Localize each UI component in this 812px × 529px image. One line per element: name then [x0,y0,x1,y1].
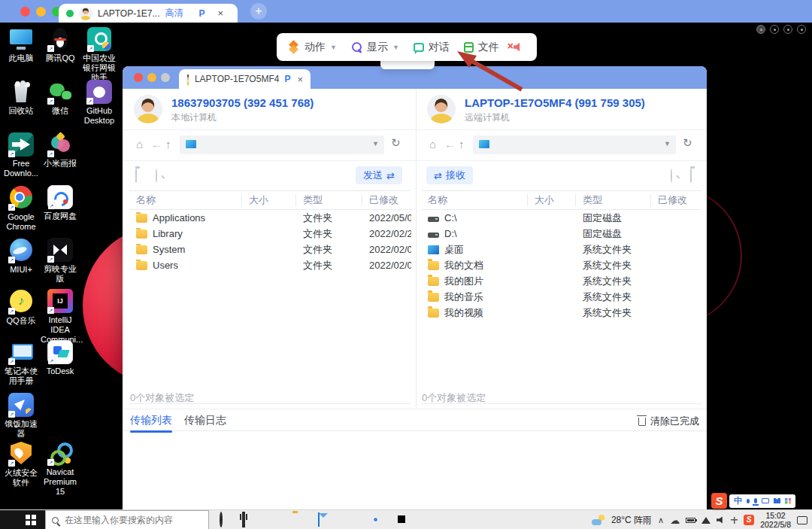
table-row[interactable]: 我的视频 系统文件夹 [421,305,701,321]
table-row[interactable]: System 文件夹 2022/02/0... [129,242,411,257]
ime-menu-icon[interactable] [785,498,791,504]
host-minimize-button[interactable] [36,7,46,17]
table-row[interactable]: Library 文件夹 2022/02/2... [129,226,411,242]
tab-transfer-log[interactable]: 传输日志 [184,414,226,427]
cortana-button[interactable] [220,513,223,527]
desktop-icon-this-pc[interactable]: 此电脑 [2,27,41,63]
search-input[interactable] [65,515,192,525]
touch-keyboard-icon[interactable] [731,517,738,524]
table-row[interactable]: D:\ 固定磁盘 [421,226,701,242]
column-type[interactable]: 类型 [296,194,362,206]
task-view-button[interactable] [242,513,245,527]
desktop-icon-mi-huabao[interactable]: ↗小米画报 [41,132,80,169]
desktop-icon-todesk[interactable]: ↗ToDesk [41,340,80,376]
sogou-logo[interactable]: S [711,493,727,509]
column-size[interactable]: 大小 [528,194,576,206]
back-icon[interactable]: ← [151,138,162,150]
table-row[interactable]: C:\ 固定磁盘 [421,210,701,226]
desktop-icon-abc-bank[interactable]: ↗中国农业银行网银助手 [80,27,119,84]
column-modified[interactable]: 已修改 [362,194,411,206]
display-menu-button[interactable]: 显示▼ [351,41,399,54]
home-icon[interactable]: ⌂ [429,138,436,150]
capture-eye-icon[interactable] [797,25,806,34]
refresh-icon[interactable]: ↻ [683,136,692,150]
taskbar-search[interactable] [45,510,209,529]
tab-transfer-list[interactable]: 传输列表 [130,414,172,427]
column-modified[interactable]: 已修改 [651,194,701,206]
table-row[interactable]: 我的图片 系统文件夹 [421,273,701,289]
clock[interactable]: 15:022022/5/8 [760,511,791,529]
table-row[interactable]: Applications 文件夹 2022/05/0... [129,210,411,226]
chat-button[interactable]: 对话 [414,41,450,54]
ime-mode-indicator[interactable]: 中 [734,495,742,506]
desktop-icon-fdm[interactable]: ↗Free Downlo... [2,132,41,178]
desktop-icon-wechat[interactable]: ↗微信 [41,80,80,116]
desktop-icon-qq-music[interactable]: ♪↗QQ音乐 [2,289,41,326]
sogou-tray-icon[interactable]: S [744,515,754,525]
up-icon[interactable]: ↑ [459,138,465,150]
remote-path-input[interactable]: ▼ [473,135,676,154]
action-center-icon[interactable] [797,516,807,524]
desktop-icon-miui-plus[interactable]: ↗MIUI+ [2,238,41,275]
new-folder-icon[interactable] [690,169,692,183]
column-type[interactable]: 类型 [576,194,651,206]
desktop-icon-chrome[interactable]: ↗Google Chrome [2,185,41,232]
desktop-icon-navicat[interactable]: ↗Navicat Premium 15 [41,441,80,497]
mail-taskbar-icon[interactable] [318,513,320,527]
send-button[interactable]: 发送⇄ [356,166,402,184]
desktop-icon-github-desktop[interactable]: ↗GitHub Desktop [80,80,119,126]
up-icon[interactable]: ↑ [165,138,171,150]
quality-badge[interactable]: 高清 [165,7,183,20]
capture-clock-icon[interactable] [783,25,792,34]
table-row[interactable]: 我的文档 系统文件夹 [421,257,701,273]
host-session-tab[interactable]: LAPTOP-1E7... 高清 P × [59,4,238,23]
window-tab[interactable]: LAPTOP-1E7O5MF4 P × [179,69,311,89]
window-zoom-button[interactable] [161,73,170,82]
file-transfer-button[interactable]: 文件 [464,41,499,54]
capture-circle-icon[interactable] [770,25,779,34]
network-signal-icon[interactable] [701,517,710,524]
back-icon[interactable]: ← [444,138,456,150]
start-button[interactable] [0,510,45,529]
column-name[interactable]: 名称 [129,194,242,206]
hidden-icons-chevron[interactable]: ∧ [658,515,664,525]
window-title-bar[interactable]: LAPTOP-1E7O5MF4 P × [123,66,707,89]
weather-icon[interactable] [592,515,605,526]
column-name[interactable]: 名称 [421,194,528,206]
desktop-icon-capcut[interactable]: ↗剪映专业版 [41,238,80,284]
host-tab-close-icon[interactable]: × [218,8,224,19]
window-minimize-button[interactable] [147,73,156,82]
table-row[interactable]: 桌面 系统文件夹 [421,242,701,257]
clear-completed-button[interactable]: 清除已完成 [638,415,699,428]
desktop-icon-notebook-manual[interactable]: ↗笔记本使用手册 [2,340,41,386]
microphone-icon[interactable] [754,498,757,503]
search-icon[interactable] [671,169,672,183]
tab-close-icon[interactable]: × [297,74,303,85]
host-close-button[interactable] [20,7,30,17]
desktop-icon-baidu-pan[interactable]: ↗百度网盘 [41,185,80,221]
onedrive-cloud-icon[interactable]: ☁ [670,515,680,526]
table-row[interactable]: 我的音乐 系统文件夹 [421,289,701,305]
desktop-icon-accelerator[interactable]: ↗饿饭加速器 [2,393,41,439]
skin-icon[interactable] [774,498,780,503]
action-menu-button[interactable]: 动作▼ [289,41,337,54]
new-session-button[interactable]: + [250,3,267,20]
home-icon[interactable]: ⌂ [136,138,143,150]
weather-text[interactable]: 28°C 阵雨 [611,514,652,527]
desktop-icon-recycle-bin[interactable]: 回收站 [2,80,41,116]
desktop-icon-intellij[interactable]: ↗IntelliJ IDEA Communi... [41,289,80,345]
battery-icon[interactable] [686,518,695,523]
window-close-button[interactable] [134,73,143,82]
desktop-icon-huorong[interactable]: ↗火绒安全软件 [2,441,41,488]
search-icon[interactable] [156,169,157,183]
ime-punctuation-icon[interactable] [747,499,750,503]
chevron-down-icon[interactable]: ▼ [372,140,379,147]
volume-icon[interactable] [717,516,725,524]
chevron-down-icon[interactable]: ▼ [664,140,671,147]
capture-flower-icon[interactable] [756,25,765,34]
new-folder-icon[interactable] [135,169,137,183]
column-size[interactable]: 大小 [242,194,296,206]
table-row[interactable]: Users 文件夹 2022/02/0... [129,257,411,273]
desktop-icon-qq[interactable]: ↗腾讯QQ [41,27,80,63]
local-path-input[interactable]: ▼ [180,135,384,154]
